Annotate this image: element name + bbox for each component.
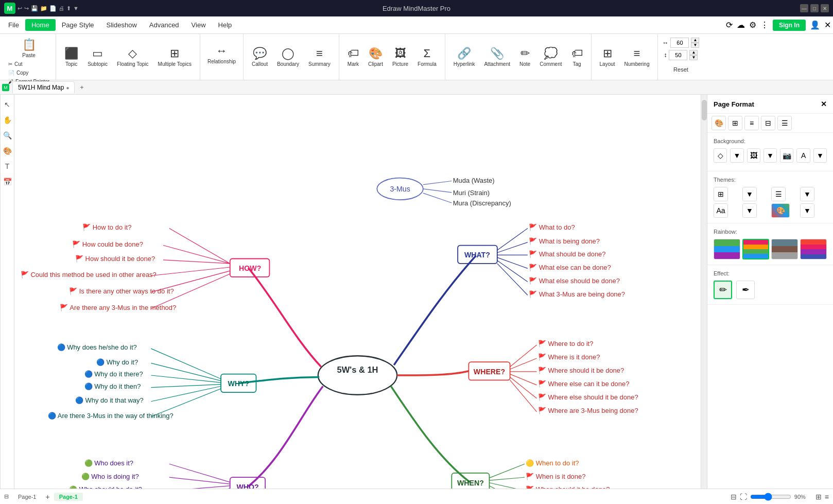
settings-icon[interactable]: ⚙ (749, 20, 756, 30)
why-item-2[interactable]: 🔵 Why do it there? (84, 370, 143, 378)
theme-layout-btn[interactable]: ⊞ (714, 187, 728, 201)
menu-view[interactable]: View (185, 19, 212, 31)
mura-label[interactable]: Mura (Discrepancy) (453, 199, 511, 207)
width-input[interactable] (670, 38, 689, 48)
theme-list-btn[interactable]: ☰ (771, 187, 786, 201)
signin-button[interactable]: Sign In (773, 20, 806, 31)
quick-access-export[interactable]: ⬆ (66, 5, 71, 12)
numbering-button[interactable]: ≡ Numbering (620, 39, 654, 75)
where-item-5[interactable]: 🚩 Where are 3-Mus being done? (538, 406, 638, 415)
bg-photo-btn[interactable]: 📷 (780, 148, 793, 163)
clipart-button[interactable]: 🎨 Clipart (364, 39, 387, 75)
theme-list-down[interactable]: ▼ (800, 187, 814, 201)
where-item-4[interactable]: 🚩 Where else should it be done? (538, 393, 638, 402)
muri-label[interactable]: Muri (Strain) (453, 189, 490, 197)
bg-image-btn[interactable]: 🖼 (747, 148, 760, 163)
reset-button[interactable]: Reset (669, 62, 692, 77)
theme-font-btn[interactable]: Aa (714, 203, 728, 218)
width-up[interactable]: ▲ (691, 38, 699, 43)
left-tool-color[interactable]: 🎨 (2, 145, 13, 157)
panel-list-btn[interactable]: ☰ (777, 116, 792, 130)
more-icon[interactable]: ⋮ (760, 20, 769, 30)
how-label[interactable]: HOW? (239, 264, 261, 272)
rainbow-option-4[interactable] (800, 239, 827, 259)
cut-button[interactable]: ✂ Cut (5, 60, 53, 68)
how-item-2[interactable]: 🚩 How should it be done? (75, 254, 155, 263)
bg-fill-btn[interactable]: ◇ (714, 148, 727, 163)
bg-text-down[interactable]: ▼ (813, 148, 827, 163)
theme-color-btn[interactable]: 🎨 (771, 203, 790, 218)
tab-add-button[interactable]: + (76, 82, 88, 93)
quick-access-redo[interactable]: ↪ (24, 5, 29, 12)
left-tool-zoom[interactable]: 🔍 (2, 130, 13, 141)
width-down[interactable]: ▼ (691, 43, 699, 48)
mark-button[interactable]: 🏷 Mark (343, 39, 363, 75)
menu-help[interactable]: Help (212, 19, 238, 31)
subtopic-button[interactable]: ▭ Subtopic (83, 39, 112, 75)
when-item-0[interactable]: 🟡 When to do it? (526, 459, 579, 467)
multiple-topics-button[interactable]: ⊞ Multiple Topics (154, 39, 196, 75)
zoom-slider[interactable] (750, 493, 791, 501)
where-item-1[interactable]: 🚩 Where is it done? (538, 353, 600, 361)
what-item-5[interactable]: 🚩 What 3-Mus are being done? (529, 290, 625, 299)
who-label[interactable]: WHO? (236, 483, 258, 489)
quick-access-print[interactable]: 🖨 (59, 5, 64, 12)
height-down[interactable]: ▼ (689, 55, 698, 60)
rainbow-option-3[interactable] (771, 239, 798, 259)
tab-close-button[interactable]: ● (66, 85, 69, 91)
tab-5w1h[interactable]: 5W1H Mind Map ● (12, 81, 75, 93)
effect-shadow-btn[interactable]: ✏ (714, 281, 732, 299)
width-spinner[interactable]: ▲ ▼ (691, 38, 699, 48)
3mus-label[interactable]: 3-Mus (390, 185, 410, 193)
paste-button[interactable]: 📋 Paste (18, 36, 40, 60)
rainbow-option-2[interactable] (742, 239, 769, 259)
where-item-3[interactable]: 🚩 Where else can it be done? (538, 379, 630, 388)
theme-color-down[interactable]: ▼ (800, 203, 814, 218)
add-page-btn[interactable]: + (45, 493, 49, 501)
minimize-button[interactable]: — (800, 4, 808, 12)
layout-button[interactable]: ⊞ Layout (596, 39, 619, 75)
quick-access-new[interactable]: 📄 (49, 5, 57, 12)
rainbow-option-1[interactable] (714, 239, 740, 259)
active-page-tab[interactable]: Page-1 (54, 493, 83, 501)
bg-fill-down[interactable]: ▼ (730, 148, 743, 163)
quick-access-open[interactable]: 📁 (40, 5, 47, 12)
quick-access-more[interactable]: ▼ (73, 5, 79, 12)
where-item-0[interactable]: 🚩 Where to do it? (538, 339, 594, 348)
left-tool-calendar[interactable]: 📅 (2, 176, 13, 187)
how-item-0[interactable]: 🚩 How to do it? (82, 223, 131, 232)
what-item-3[interactable]: 🚩 What else can be done? (529, 263, 611, 272)
cloud-icon[interactable]: ☁ (737, 20, 745, 30)
center-label-line1[interactable]: 5W's & 1H (337, 365, 378, 374)
floating-topic-button[interactable]: ◇ Floating Topic (113, 39, 153, 75)
how-item-3[interactable]: 🚩 Could this method be used in other are… (21, 270, 157, 279)
topic-button[interactable]: ⬛ Topic (60, 39, 82, 75)
summary-button[interactable]: ≡ Summary (304, 39, 335, 75)
user-icon[interactable]: 👤 (810, 20, 820, 30)
why-label[interactable]: WHY? (228, 379, 249, 388)
why-item-5[interactable]: 🔵 Are there 3-Mus in the way of thinking… (48, 411, 173, 420)
hyperlink-button[interactable]: 🔗 Hyperlink (449, 39, 479, 75)
where-label[interactable]: WHERE? (474, 368, 505, 376)
share-icon[interactable]: ⟳ (726, 20, 733, 30)
panel-align-btn[interactable]: ≡ (744, 116, 759, 130)
v-scrollbar[interactable] (701, 95, 707, 489)
copy-button[interactable]: 📄 Copy (5, 69, 53, 77)
where-item-2[interactable]: 🚩 Where should it be done? (538, 366, 624, 375)
menu-home[interactable]: Home (25, 19, 56, 31)
effect-glow-btn[interactable]: ✒ (736, 281, 755, 299)
why-item-4[interactable]: 🔵 Why do it that way? (75, 396, 144, 405)
why-item-1[interactable]: 🔵 Why do it? (96, 358, 138, 367)
left-tool-hand[interactable]: ✋ (2, 114, 13, 126)
callout-button[interactable]: 💬 Callout (248, 39, 272, 75)
height-input[interactable] (669, 50, 687, 60)
view-list-btn[interactable]: ≡ (825, 493, 829, 501)
what-item-2[interactable]: 🚩 What should be done? (529, 250, 605, 258)
why-item-0[interactable]: 🔵 Why does he/she do it? (57, 343, 137, 352)
close-icon[interactable]: ✕ (824, 20, 831, 30)
picture-button[interactable]: 🖼 Picture (388, 39, 412, 75)
what-label[interactable]: WHAT? (464, 251, 490, 259)
theme-font-down[interactable]: ▼ (742, 203, 757, 218)
relationship-button[interactable]: ↔ Relationship (203, 36, 240, 72)
bg-text-btn[interactable]: A (796, 148, 810, 163)
